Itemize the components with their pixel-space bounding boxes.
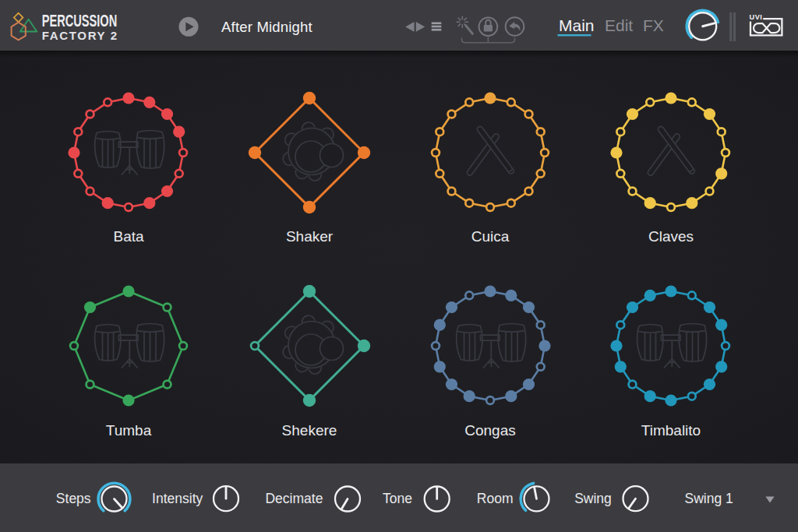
svg-text:PERCUSSION: PERCUSSION [42,12,118,30]
svg-text:Timbalito: Timbalito [641,422,701,439]
svg-text:Edit: Edit [605,16,633,34]
svg-text:Tone: Tone [383,491,412,506]
svg-text:UVI: UVI [750,13,763,21]
svg-text:Bata: Bata [113,228,144,245]
svg-text:Claves: Claves [648,228,694,245]
svg-text:Tumba: Tumba [106,422,152,439]
svg-text:Swing: Swing [574,491,612,506]
svg-text:Intensity: Intensity [152,491,203,506]
svg-text:FACTORY 2: FACTORY 2 [42,29,118,42]
svg-text:FX: FX [643,16,664,34]
svg-text:Steps: Steps [56,491,91,506]
svg-text:Shekere: Shekere [282,422,337,439]
svg-text:Shaker: Shaker [286,228,334,245]
svg-text:Decimate: Decimate [265,491,323,506]
svg-text:Cuica: Cuica [471,228,510,245]
svg-text:Room: Room [477,491,514,506]
svg-text:Main: Main [559,16,595,34]
svg-text:Congas: Congas [464,422,516,439]
svg-text:Swing 1: Swing 1 [685,491,733,506]
svg-text:After Midnight: After Midnight [221,19,312,35]
